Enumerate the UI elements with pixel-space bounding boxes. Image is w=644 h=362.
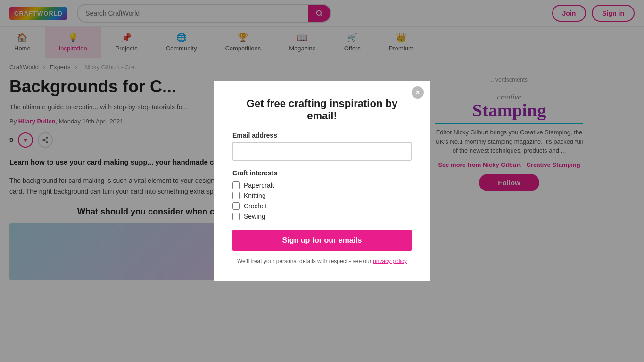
modal-overlay[interactable]: × Get free crafting inspiration by email…	[0, 0, 644, 280]
interests-list: Papercraft Knitting Crochet Sewing	[232, 181, 412, 220]
privacy-prefix: We'll treat your personal details with r…	[237, 258, 372, 264]
interest-sewing: Sewing	[232, 213, 412, 220]
interest-knitting-label: Knitting	[244, 192, 266, 199]
modal: × Get free crafting inspiration by email…	[214, 81, 430, 280]
email-label: Email address	[232, 132, 412, 139]
interest-papercraft-label: Papercraft	[244, 181, 274, 189]
checkbox-knitting[interactable]	[232, 192, 240, 199]
modal-close-button[interactable]: ×	[412, 86, 424, 99]
interest-crochet-label: Crochet	[244, 202, 267, 210]
checkbox-sewing[interactable]	[232, 213, 240, 220]
interest-knitting: Knitting	[232, 192, 412, 199]
checkbox-crochet[interactable]	[232, 202, 240, 210]
signup-button[interactable]: Sign up for our emails	[232, 230, 412, 251]
interest-sewing-label: Sewing	[244, 213, 265, 220]
email-input[interactable]	[232, 142, 412, 161]
privacy-link[interactable]: privacy policy	[373, 258, 407, 264]
checkbox-papercraft[interactable]	[232, 181, 240, 189]
privacy-text: We'll treat your personal details with r…	[232, 258, 412, 264]
interests-label: Craft interests	[232, 169, 412, 177]
interest-papercraft: Papercraft	[232, 181, 412, 189]
modal-title: Get free crafting inspiration by email!	[232, 98, 412, 122]
interest-crochet: Crochet	[232, 202, 412, 210]
